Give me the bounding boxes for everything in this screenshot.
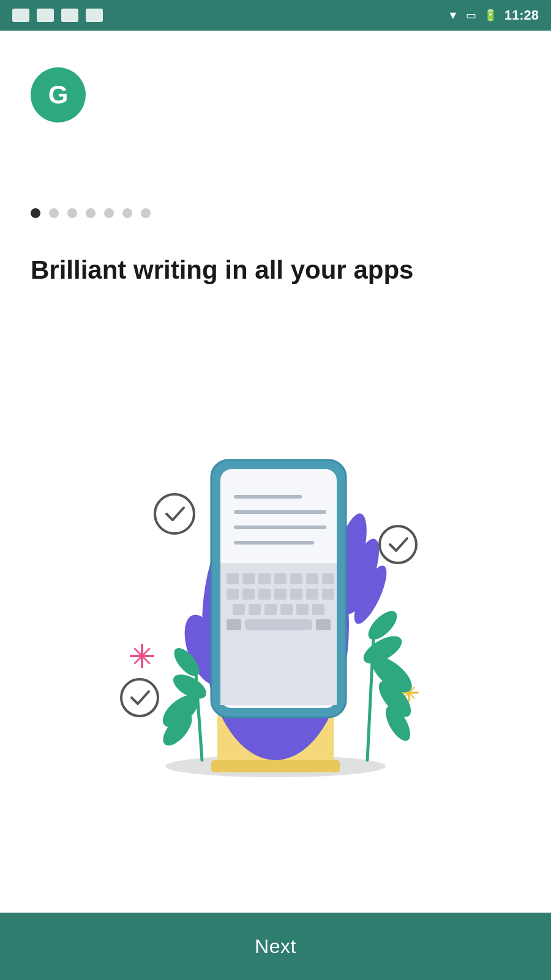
svg-rect-20 [258, 573, 271, 584]
svg-rect-23 [306, 573, 318, 584]
dot-2 [49, 208, 59, 218]
svg-rect-39 [227, 619, 241, 630]
svg-rect-19 [242, 573, 255, 584]
battery-icon: 🔋 [484, 9, 497, 22]
grammarly-logo: G [31, 67, 86, 123]
signal-icon: ▭ [466, 9, 476, 22]
dot-5 [104, 208, 114, 218]
svg-rect-32 [233, 604, 245, 615]
svg-rect-2 [211, 760, 340, 772]
svg-rect-29 [290, 589, 302, 600]
svg-rect-22 [290, 573, 302, 584]
svg-point-43 [121, 679, 158, 716]
svg-rect-24 [322, 573, 334, 584]
dot-7 [141, 208, 151, 218]
main-content: G Brilliant writing in all your apps [0, 31, 551, 800]
svg-rect-21 [274, 573, 287, 584]
svg-rect-35 [280, 604, 293, 615]
headline: Brilliant writing in all your apps [31, 255, 520, 285]
svg-rect-30 [306, 589, 318, 600]
svg-rect-31 [322, 589, 334, 600]
app-icon-4 [86, 9, 103, 22]
dot-3 [67, 208, 77, 218]
wifi-icon: ▼ [448, 9, 459, 22]
svg-rect-25 [227, 589, 239, 600]
status-time: 11:28 [504, 7, 539, 23]
app-icon-1 [12, 9, 29, 22]
main-illustration [31, 322, 520, 800]
svg-point-41 [155, 494, 194, 533]
dot-4 [86, 208, 96, 218]
logo-letter: G [48, 80, 69, 110]
svg-point-42 [380, 526, 416, 563]
status-bar-right-icons: ▼ ▭ 🔋 11:28 [448, 7, 539, 23]
status-bar: ▼ ▭ 🔋 11:28 [0, 0, 551, 31]
svg-rect-40 [316, 619, 331, 630]
dot-1 [31, 208, 40, 218]
svg-rect-26 [242, 589, 255, 600]
pagination-dots [31, 208, 520, 218]
next-button[interactable]: Next [0, 913, 551, 980]
svg-rect-17 [220, 564, 337, 705]
svg-rect-36 [296, 604, 309, 615]
svg-rect-38 [245, 619, 312, 630]
svg-rect-27 [258, 589, 271, 600]
svg-rect-34 [264, 604, 277, 615]
status-bar-left-icons [12, 9, 103, 22]
app-icon-2 [37, 9, 54, 22]
app-icon-3 [61, 9, 78, 22]
svg-rect-33 [249, 604, 261, 615]
dot-6 [122, 208, 132, 218]
svg-rect-28 [274, 589, 287, 600]
svg-rect-18 [227, 573, 239, 584]
svg-rect-37 [312, 604, 324, 615]
illustration-container [31, 322, 520, 800]
